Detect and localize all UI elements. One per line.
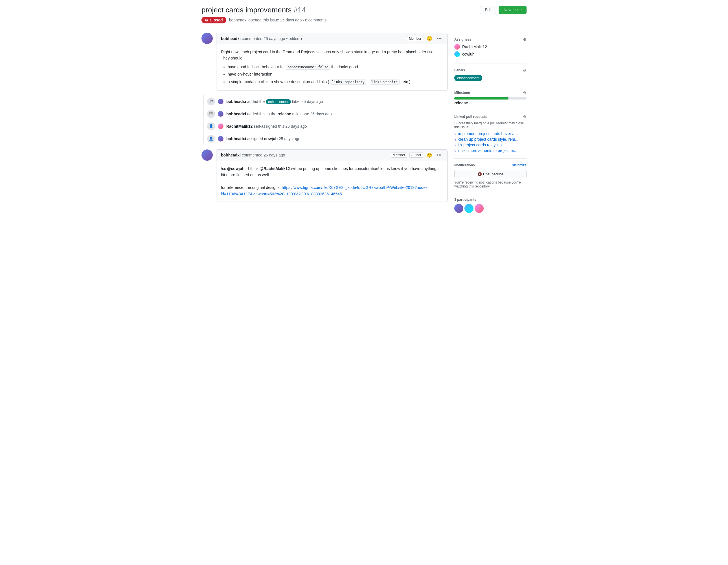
timeline-avatar	[218, 99, 223, 104]
pr-icon: ⑂	[454, 143, 457, 147]
linked-prs-gear-icon[interactable]: ⚙	[523, 115, 527, 119]
timeline-avatar	[218, 136, 223, 142]
timeline-assign-text: bobheadxi assigned cowjuh 25 days ago	[226, 137, 300, 141]
labels-section: Labels ⚙ enhancement	[454, 63, 527, 86]
participant-avatar	[475, 204, 484, 213]
comment-intro: Right now, each project card in the Team…	[221, 49, 443, 61]
member-badge: Member	[407, 36, 423, 41]
milestone-section: Milestone ⚙ release	[454, 86, 527, 110]
code-banner: bannerHasName: false	[286, 65, 330, 70]
second-comment-body: /cc @cowjuh - I think @RachitMalik12 wil…	[216, 161, 447, 202]
notifications-header: Notifications Customize	[454, 163, 527, 167]
edit-button[interactable]: Edit	[480, 6, 496, 14]
assignees-section: Assignees ⚙ RachitMalik12 cowjuh	[454, 33, 527, 63]
milestone-bar-container: release	[454, 97, 527, 105]
pr-link-4[interactable]: ⑂ misc improvements to project m...	[454, 148, 527, 153]
avatar	[201, 150, 213, 161]
customize-link[interactable]: Customize	[510, 163, 527, 167]
author-badge: Author	[409, 153, 423, 158]
timeline-avatar	[218, 111, 223, 117]
second-comment-box: bobheadxi commented 25 days ago Member A…	[216, 150, 448, 202]
assignee-rachit: RachitMalik12	[454, 44, 527, 50]
participant-avatar	[454, 204, 463, 213]
assignee-name: cowjuh	[462, 52, 475, 56]
linked-prs-desc: Successfully merging a pull request may …	[454, 121, 527, 129]
assign-icon: 👤	[207, 135, 215, 143]
pr-link-text: fix project cards restyling	[458, 143, 502, 147]
timeline: 🏷 bobheadxi added the enhancement label …	[207, 95, 448, 145]
timeline-item-label: 🏷 bobheadxi added the enhancement label …	[207, 95, 448, 108]
bullet-2: have on-hover interaction	[228, 71, 443, 77]
new-issue-button[interactable]: New issue	[499, 6, 527, 14]
unsubscribe-button[interactable]: 🔇 Unsubscribe	[454, 170, 527, 178]
milestone-gear-icon[interactable]: ⚙	[523, 91, 527, 95]
watching-text: You're receiving notifications because y…	[454, 181, 527, 188]
bullet-1: have good fallback behaviour for bannerH…	[228, 64, 443, 70]
timeline-item-milestone: 🏁 bobheadxi added this to the release mi…	[207, 108, 448, 120]
milestone-icon: 🏁	[207, 110, 215, 118]
closed-icon: ⊙	[205, 18, 208, 22]
status-badge: ⊙ Closed	[201, 17, 226, 23]
timeline-milestone-text: bobheadxi added this to the release mile…	[226, 112, 332, 116]
comment-header-actions: Member 🙂 •••	[407, 35, 443, 42]
milestone-bar-bg	[454, 97, 527, 100]
avatar	[201, 33, 213, 44]
second-comment-header: bobheadxi commented 25 days ago Member A…	[216, 150, 447, 161]
notifications-title: Notifications	[454, 163, 475, 167]
linked-prs-section: Linked pull requests ⚙ Successfully merg…	[454, 110, 527, 159]
milestone-name: release	[454, 101, 468, 105]
labels-gear-icon[interactable]: ⚙	[523, 68, 527, 73]
participants-section: 3 participants	[454, 193, 527, 218]
sidebar: Assignees ⚙ RachitMalik12 cowjuh Labels …	[454, 33, 527, 218]
first-comment-box: bobheadxi commented 25 days ago • edited…	[216, 33, 448, 91]
participants-title: 3 participants	[454, 198, 527, 202]
second-comment-username: bobheadxi	[221, 153, 241, 157]
bullet-3: a simple modal on click to show the desc…	[228, 79, 443, 85]
comment-action: commented 25 days ago •	[242, 36, 289, 41]
pr-link-1[interactable]: ⑂ implement project cards hover a...	[454, 131, 527, 136]
pr-icon: ⑂	[454, 137, 457, 142]
timeline-avatar	[218, 124, 223, 129]
code-links-repo: links.repository	[330, 80, 366, 85]
first-comment-wrapper: bobheadxi commented 25 days ago • edited…	[201, 33, 448, 91]
issue-meta-text: bobheadxi opened this issue 25 days ago …	[229, 18, 327, 22]
pr-link-3[interactable]: ⑂ fix project cards restyling	[454, 143, 527, 147]
assignee-cowjuh: cowjuh	[454, 51, 527, 57]
timeline-item-assigned: 👤 bobheadxi assigned cowjuh 25 days ago	[207, 133, 448, 145]
second-comment-text2: for reference, the original designs: htt…	[221, 184, 443, 197]
pr-icon: ⑂	[454, 131, 457, 136]
milestone-title: Milestone	[454, 91, 470, 95]
labels-title: Labels	[454, 68, 465, 72]
more-options-button[interactable]: •••	[436, 36, 443, 42]
enhancement-label: enhancement	[454, 75, 482, 81]
tag-icon: 🏷	[207, 98, 215, 106]
figma-link[interactable]: https://www.figma.com/file/X67GE3ujjkpde…	[221, 185, 427, 196]
comment-bullets: have good fallback behaviour for bannerH…	[221, 64, 443, 85]
second-comment-text1: /cc @cowjuh - I think @RachitMalik12 wil…	[221, 166, 443, 178]
assignees-title: Assignees	[454, 38, 471, 41]
labels-header: Labels ⚙	[454, 68, 527, 73]
second-comment-meta: bobheadxi commented 25 days ago	[221, 153, 285, 157]
pr-link-text: misc improvements to project m...	[458, 148, 517, 153]
issue-title: project cards improvements #14	[201, 6, 306, 14]
assignees-gear-icon[interactable]: ⚙	[523, 37, 527, 42]
assignee-name: RachitMalik12	[462, 45, 487, 49]
milestone-bar-fill	[454, 97, 508, 100]
emoji-button[interactable]: 🙂	[426, 35, 433, 42]
pr-link-text: clean up project cards style, rem...	[458, 137, 518, 142]
pr-link-2[interactable]: ⑂ clean up project cards style, rem...	[454, 137, 527, 142]
second-more-options-button[interactable]: •••	[436, 152, 443, 158]
second-member-badge: Member	[391, 153, 407, 158]
linked-prs-title: Linked pull requests	[454, 115, 487, 119]
assignee-avatar	[454, 51, 460, 57]
second-comment-action: commented 25 days ago	[242, 153, 285, 157]
milestone-header: Milestone ⚙	[454, 91, 527, 95]
timeline-label-text: bobheadxi added the enhancement label 25…	[226, 99, 323, 104]
timeline-item-self-assigned: 👤 RachitMalik12 self-assigned this 25 da…	[207, 120, 448, 133]
second-emoji-button[interactable]: 🙂	[426, 152, 433, 159]
pr-icon: ⑂	[454, 148, 457, 153]
second-comment-actions: Member Author 🙂 •••	[391, 152, 443, 159]
code-links-website: links.website	[370, 80, 400, 85]
participants-avatars	[454, 204, 527, 213]
participant-avatar	[464, 204, 473, 213]
